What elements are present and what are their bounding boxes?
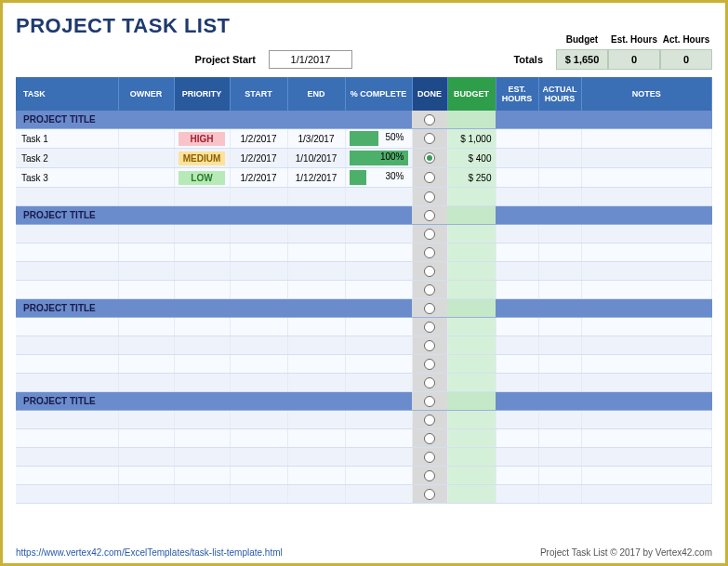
priority-cell[interactable] [174, 374, 230, 392]
pct-cell[interactable] [345, 262, 412, 281]
pct-cell[interactable] [345, 244, 412, 262]
start-cell[interactable] [230, 244, 287, 262]
pct-cell[interactable] [345, 467, 412, 485]
notes-cell[interactable] [581, 225, 712, 244]
act-cell[interactable] [538, 318, 581, 336]
budget-cell[interactable]: $ 400 [447, 149, 496, 168]
done-cell[interactable] [412, 448, 447, 467]
owner-cell[interactable] [118, 149, 174, 168]
est-cell[interactable] [496, 129, 538, 149]
done-cell[interactable] [412, 262, 447, 281]
est-cell[interactable] [496, 411, 538, 429]
act-cell[interactable] [538, 336, 581, 355]
start-cell[interactable] [230, 355, 287, 374]
owner-cell[interactable] [118, 355, 174, 374]
start-cell[interactable] [230, 429, 287, 448]
pct-cell[interactable] [345, 485, 412, 504]
est-cell[interactable] [496, 168, 538, 188]
budget-cell[interactable] [447, 225, 496, 244]
pct-cell[interactable] [345, 318, 412, 336]
notes-cell[interactable] [581, 336, 712, 355]
start-cell[interactable] [230, 448, 287, 467]
budget-cell[interactable]: $ 250 [447, 168, 496, 188]
start-cell[interactable] [230, 262, 287, 281]
budget-cell[interactable] [447, 262, 496, 281]
est-cell[interactable] [496, 188, 538, 206]
owner-cell[interactable] [118, 336, 174, 355]
priority-cell[interactable] [174, 448, 230, 467]
est-cell[interactable] [496, 149, 538, 168]
owner-cell[interactable] [118, 244, 174, 262]
owner-cell[interactable] [118, 168, 174, 188]
end-cell[interactable] [287, 355, 345, 374]
budget-cell[interactable] [447, 244, 496, 262]
done-cell[interactable] [412, 225, 447, 244]
budget-cell[interactable] [447, 485, 496, 504]
owner-cell[interactable] [118, 448, 174, 467]
end-cell[interactable] [287, 244, 345, 262]
priority-cell[interactable] [174, 485, 230, 504]
start-cell[interactable] [230, 467, 287, 485]
pct-cell[interactable] [345, 411, 412, 429]
notes-cell[interactable] [581, 129, 712, 149]
notes-cell[interactable] [581, 168, 712, 188]
owner-cell[interactable] [118, 225, 174, 244]
priority-cell[interactable] [174, 355, 230, 374]
owner-cell[interactable] [118, 411, 174, 429]
start-cell[interactable]: 1/2/2017 [230, 168, 287, 188]
end-cell[interactable]: 1/10/2017 [287, 149, 345, 168]
act-cell[interactable] [538, 168, 581, 188]
task-cell[interactable] [16, 374, 118, 392]
end-cell[interactable]: 1/12/2017 [287, 168, 345, 188]
est-cell[interactable] [496, 225, 538, 244]
pct-cell[interactable] [345, 429, 412, 448]
owner-cell[interactable] [118, 485, 174, 504]
est-cell[interactable] [496, 448, 538, 467]
owner-cell[interactable] [118, 374, 174, 392]
task-cell[interactable] [16, 355, 118, 374]
done-cell[interactable] [412, 168, 447, 188]
done-cell[interactable] [412, 149, 447, 168]
pct-cell[interactable]: 30% [345, 168, 412, 188]
act-cell[interactable] [538, 149, 581, 168]
section-done-cell[interactable] [412, 111, 447, 129]
budget-cell[interactable] [447, 355, 496, 374]
notes-cell[interactable] [581, 188, 712, 206]
est-cell[interactable] [496, 318, 538, 336]
start-cell[interactable]: 1/2/2017 [230, 129, 287, 149]
end-cell[interactable]: 1/3/2017 [287, 129, 345, 149]
start-cell[interactable] [230, 281, 287, 299]
start-cell[interactable] [230, 485, 287, 504]
task-cell[interactable]: Task 2 [16, 149, 118, 168]
owner-cell[interactable] [118, 429, 174, 448]
done-cell[interactable] [412, 374, 447, 392]
task-cell[interactable] [16, 281, 118, 299]
act-cell[interactable] [538, 374, 581, 392]
priority-cell[interactable]: HIGH [174, 129, 230, 149]
done-cell[interactable] [412, 281, 447, 299]
act-cell[interactable] [538, 129, 581, 149]
pct-cell[interactable]: 100% [345, 149, 412, 168]
priority-cell[interactable]: MEDIUM [174, 149, 230, 168]
done-cell[interactable] [412, 485, 447, 504]
done-cell[interactable] [412, 411, 447, 429]
est-cell[interactable] [496, 467, 538, 485]
task-cell[interactable] [16, 485, 118, 504]
start-cell[interactable] [230, 411, 287, 429]
pct-cell[interactable] [345, 336, 412, 355]
est-cell[interactable] [496, 244, 538, 262]
est-cell[interactable] [496, 374, 538, 392]
priority-cell[interactable] [174, 281, 230, 299]
task-cell[interactable] [16, 467, 118, 485]
notes-cell[interactable] [581, 281, 712, 299]
budget-cell[interactable]: $ 1,000 [447, 129, 496, 149]
budget-cell[interactable] [447, 429, 496, 448]
notes-cell[interactable] [581, 244, 712, 262]
pct-cell[interactable] [345, 355, 412, 374]
done-cell[interactable] [412, 318, 447, 336]
priority-cell[interactable] [174, 188, 230, 206]
budget-cell[interactable] [447, 467, 496, 485]
end-cell[interactable] [287, 262, 345, 281]
priority-cell[interactable] [174, 411, 230, 429]
section-done-cell[interactable] [412, 392, 447, 411]
